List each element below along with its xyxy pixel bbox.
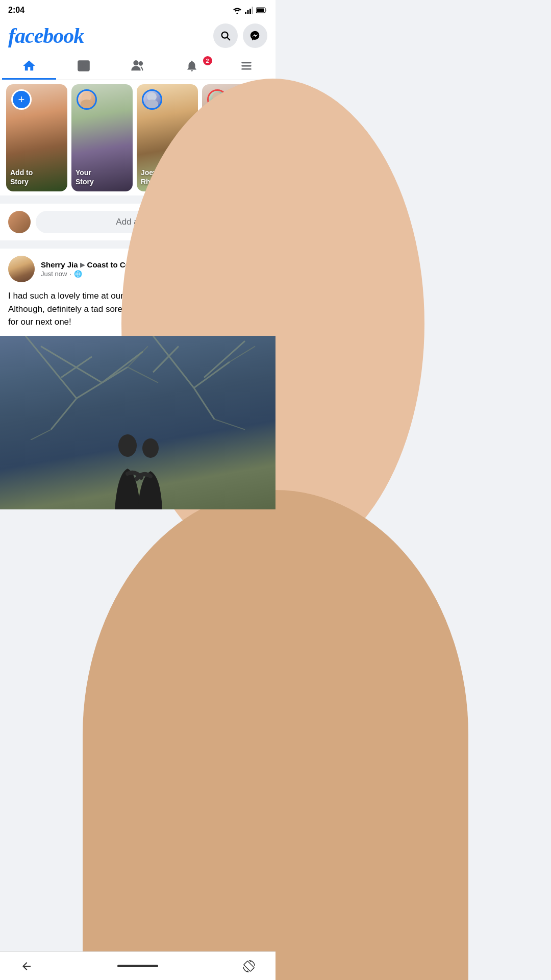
- story-avatar-add: +: [11, 89, 32, 110]
- tab-home[interactable]: [2, 53, 56, 80]
- post-composer: Add a post: [0, 204, 276, 240]
- svg-line-21: [153, 336, 194, 388]
- svg-line-16: [26, 336, 77, 398]
- svg-line-20: [102, 351, 143, 382]
- story-your[interactable]: YourStory: [71, 84, 133, 191]
- svg-rect-1: [247, 10, 249, 14]
- svg-point-33: [142, 438, 159, 458]
- svg-line-29: [230, 346, 255, 362]
- post-author-avatar[interactable]: [8, 256, 35, 282]
- svg-line-18: [51, 398, 77, 429]
- tab-watch[interactable]: [56, 53, 110, 80]
- svg-line-7: [227, 37, 230, 40]
- groups-icon: [131, 59, 145, 73]
- svg-line-31: [214, 419, 245, 429]
- home-icon: [22, 59, 36, 73]
- header: facebook: [0, 18, 276, 53]
- svg-line-22: [194, 362, 230, 388]
- svg-line-27: [128, 346, 148, 367]
- tab-notifications[interactable]: 2: [165, 53, 219, 80]
- svg-rect-3: [252, 7, 254, 14]
- post-arrow-icon: ▶: [80, 261, 85, 268]
- story-avatar-joey: [142, 89, 162, 110]
- signal-icon: [245, 7, 253, 14]
- svg-rect-14: [241, 68, 252, 69]
- svg-line-28: [128, 367, 158, 383]
- privacy-icon: ·: [69, 270, 71, 278]
- story-avatar-your: [77, 89, 97, 110]
- notification-badge: 2: [203, 56, 212, 65]
- facebook-logo: facebook: [8, 23, 84, 48]
- svg-line-23: [194, 388, 214, 419]
- story-label-add: Add toStory: [10, 168, 33, 186]
- svg-line-19: [41, 346, 102, 382]
- couple-silhouette-svg: [87, 428, 189, 509]
- header-actions: [213, 23, 267, 48]
- svg-rect-5: [257, 9, 264, 12]
- watch-icon: [77, 59, 90, 72]
- globe-icon: 🌐: [74, 270, 82, 278]
- story-add[interactable]: + Add toStory: [6, 84, 67, 191]
- story-label-your: YourStory: [76, 168, 94, 186]
- svg-point-32: [118, 434, 137, 457]
- search-icon: [220, 30, 231, 41]
- svg-rect-2: [249, 9, 251, 14]
- battery-icon: [256, 7, 267, 13]
- nav-tabs: 2: [0, 53, 276, 80]
- tab-menu[interactable]: [219, 53, 273, 80]
- bell-icon: [185, 59, 198, 72]
- status-bar: 2:04: [0, 0, 276, 18]
- svg-line-26: [153, 346, 179, 372]
- search-button[interactable]: [213, 23, 238, 48]
- svg-point-11: [139, 62, 143, 65]
- svg-line-30: [31, 429, 51, 439]
- status-icons: [233, 7, 267, 14]
- avatar-body: [81, 100, 93, 108]
- add-plus-icon: +: [13, 90, 30, 109]
- avatar-body-joey: [146, 100, 158, 108]
- svg-line-24: [204, 341, 245, 377]
- status-time: 2:04: [8, 6, 24, 15]
- svg-point-10: [134, 61, 138, 65]
- post-time: Just now: [41, 270, 67, 278]
- composer-avatar: [8, 211, 31, 233]
- post-image: [0, 336, 276, 509]
- messenger-button[interactable]: [243, 23, 267, 48]
- post-author-name[interactable]: Sherry Jia: [41, 260, 78, 269]
- tab-groups[interactable]: [111, 53, 165, 80]
- wifi-icon: [233, 7, 242, 14]
- tree-branches-svg: [0, 336, 276, 440]
- svg-rect-12: [241, 62, 252, 63]
- menu-icon: [240, 59, 253, 72]
- svg-rect-13: [241, 65, 252, 66]
- svg-rect-0: [245, 12, 246, 14]
- messenger-icon: [249, 30, 261, 41]
